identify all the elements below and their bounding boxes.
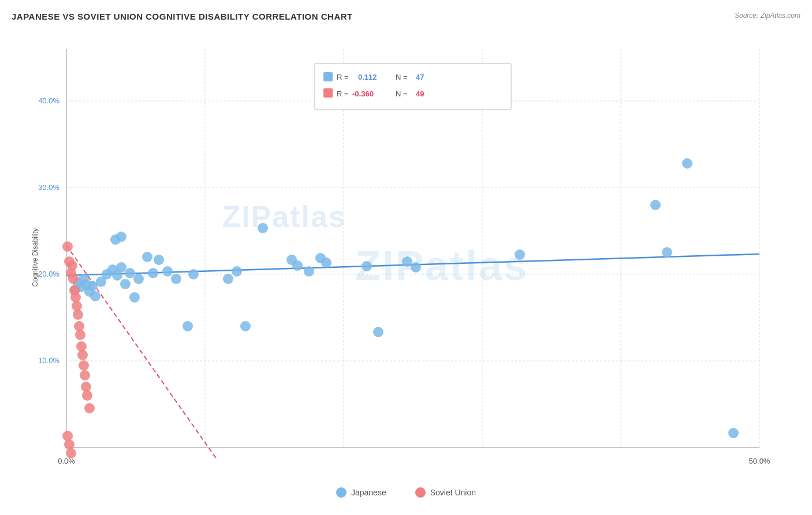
svg-point-40 xyxy=(90,291,100,301)
svg-point-96 xyxy=(64,439,75,450)
svg-point-71 xyxy=(411,262,421,273)
legend-label-japanese: Japanese xyxy=(351,488,386,497)
svg-point-90 xyxy=(79,360,89,371)
svg-point-94 xyxy=(84,403,95,413)
svg-text:R =: R = xyxy=(337,89,349,98)
svg-text:ZIPatlas: ZIPatlas xyxy=(355,242,528,289)
svg-text:49: 49 xyxy=(416,89,424,98)
svg-point-45 xyxy=(116,262,126,273)
svg-point-62 xyxy=(258,223,268,233)
svg-point-53 xyxy=(148,268,158,278)
svg-point-67 xyxy=(321,258,331,268)
svg-point-70 xyxy=(402,256,412,267)
legend-item-japanese: Japanese xyxy=(336,487,386,498)
svg-text:0.112: 0.112 xyxy=(358,73,377,81)
svg-rect-27 xyxy=(323,88,333,98)
svg-point-93 xyxy=(82,390,92,401)
svg-point-52 xyxy=(142,252,152,262)
svg-text:N =: N = xyxy=(396,89,408,98)
svg-point-61 xyxy=(240,321,251,331)
legend-swatch-japanese xyxy=(336,487,347,498)
svg-point-80 xyxy=(67,260,77,271)
svg-text:20.0%: 20.0% xyxy=(38,270,59,278)
svg-point-76 xyxy=(728,428,739,438)
svg-point-57 xyxy=(188,269,199,279)
svg-point-48 xyxy=(129,292,140,303)
svg-text:50.0%: 50.0% xyxy=(749,457,770,465)
svg-text:R =: R = xyxy=(337,73,349,81)
svg-text:N =: N = xyxy=(396,73,408,81)
svg-point-95 xyxy=(62,431,73,441)
svg-point-73 xyxy=(650,200,661,210)
svg-point-74 xyxy=(682,158,692,169)
svg-text:10.0%: 10.0% xyxy=(38,356,59,365)
svg-point-77 xyxy=(62,241,73,252)
svg-point-65 xyxy=(304,266,314,277)
svg-point-91 xyxy=(80,370,90,380)
svg-text:30.0%: 30.0% xyxy=(38,183,59,192)
svg-point-75 xyxy=(662,247,672,258)
svg-point-81 xyxy=(68,274,79,284)
svg-point-51 xyxy=(116,232,126,242)
svg-point-87 xyxy=(75,330,85,340)
legend-container: Japanese Soviet Union xyxy=(336,487,476,498)
chart-title: JAPANESE VS SOVIET UNION COGNITIVE DISAB… xyxy=(12,12,353,21)
svg-point-64 xyxy=(292,260,303,271)
svg-text:-0.360: -0.360 xyxy=(352,89,374,98)
svg-point-49 xyxy=(133,274,144,284)
svg-text:47: 47 xyxy=(416,73,424,81)
svg-rect-21 xyxy=(315,64,511,110)
svg-point-68 xyxy=(362,261,372,271)
svg-point-47 xyxy=(125,268,135,278)
svg-point-85 xyxy=(73,309,83,320)
svg-point-89 xyxy=(77,350,88,360)
legend-swatch-soviet xyxy=(415,487,426,498)
svg-point-54 xyxy=(154,255,164,265)
legend-label-soviet: Soviet Union xyxy=(430,488,476,497)
svg-text:40.0%: 40.0% xyxy=(38,96,59,105)
svg-point-56 xyxy=(171,274,181,284)
svg-point-58 xyxy=(182,321,193,331)
svg-point-59 xyxy=(223,274,233,284)
source-label: Source: ZipAtlas.com xyxy=(735,12,800,20)
svg-point-60 xyxy=(232,266,242,277)
svg-point-97 xyxy=(66,448,76,458)
svg-point-55 xyxy=(162,266,173,277)
legend-item-soviet: Soviet Union xyxy=(415,487,476,498)
svg-point-69 xyxy=(373,327,383,337)
svg-point-46 xyxy=(120,279,131,289)
svg-point-72 xyxy=(515,249,525,260)
svg-rect-22 xyxy=(323,72,333,81)
scatter-chart: 40.0% 30.0% 20.0% 10.0% 0.0% 50.0% R = 0… xyxy=(32,32,788,476)
